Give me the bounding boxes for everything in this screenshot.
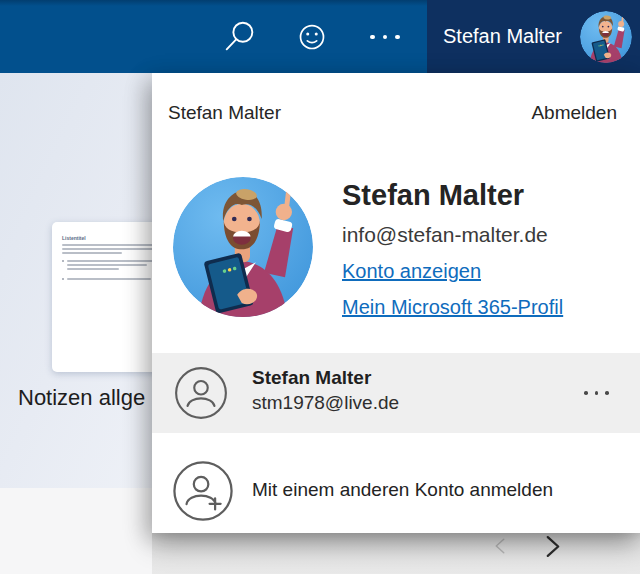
header-account-name: Stefan Malter [443, 25, 562, 48]
person-add-icon [172, 460, 234, 522]
next-page-button[interactable] [542, 534, 564, 563]
section-title: Notizen allge [18, 385, 145, 411]
view-account-link[interactable]: Konto anzeigen [342, 260, 481, 283]
page-preview-area: Listentitel Notizen allge [0, 73, 152, 488]
ellipsis-icon [370, 35, 400, 40]
smiley-icon [295, 20, 329, 54]
thumbnail-title: Listentitel [62, 235, 152, 241]
account-list-item[interactable]: Stefan Malter stm1978@live.de [152, 353, 640, 433]
canvas-lower-area [0, 488, 152, 574]
search-button[interactable] [218, 15, 262, 59]
account-menu-panel: Stefan Malter Abmelden Stefan Malter inf… [152, 73, 640, 533]
feedback-button[interactable] [290, 15, 334, 59]
account-item-email: stm1978@live.de [252, 392, 399, 414]
account-item-more-button[interactable] [584, 381, 622, 405]
chevron-left-icon [492, 537, 508, 555]
menu-title: Stefan Malter [168, 102, 281, 124]
page-thumbnail[interactable]: Listentitel [52, 222, 152, 372]
app-header: Stefan Malter [0, 0, 640, 73]
header-account-button[interactable]: Stefan Malter [427, 0, 640, 73]
avatar [580, 11, 632, 63]
account-item-name: Stefan Malter [252, 367, 371, 389]
m365-profile-link[interactable]: Mein Microsoft 365-Profil [342, 296, 563, 319]
profile-avatar [173, 177, 313, 317]
more-options-button[interactable] [363, 15, 407, 59]
sign-out-button[interactable]: Abmelden [531, 102, 617, 124]
previous-page-button[interactable] [492, 537, 508, 559]
profile-email: info@stefan-malter.de [342, 223, 548, 247]
add-account-label: Mit einem anderen Konto anmelden [252, 479, 553, 501]
person-icon [174, 366, 228, 420]
ellipsis-icon [584, 391, 588, 395]
chevron-right-icon [542, 534, 564, 559]
search-icon [221, 18, 259, 56]
profile-name: Stefan Malter [342, 179, 524, 212]
pager-bar [152, 533, 640, 574]
add-account-button[interactable]: Mit einem anderen Konto anmelden [152, 433, 640, 533]
